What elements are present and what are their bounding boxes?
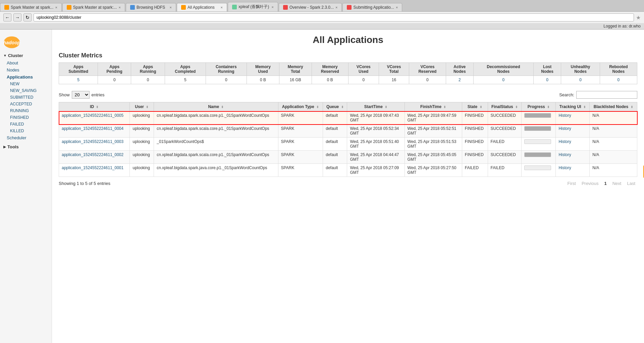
cell-id: application_1524552224611_0002 bbox=[59, 151, 130, 164]
sidebar-sub-failed[interactable]: FAILED bbox=[0, 121, 52, 128]
sidebar: hadoop ▼ Cluster About Nodes Application… bbox=[0, 30, 52, 343]
bookmark-icon[interactable]: ★ bbox=[636, 14, 641, 21]
back-button[interactable]: ← bbox=[3, 13, 11, 21]
sort-apptype-icon: ⇕ bbox=[316, 105, 319, 109]
cell-final-status: FAILED bbox=[488, 138, 522, 151]
tracking-ui-link[interactable]: History bbox=[558, 126, 571, 131]
metric-header-active-nodes: ActiveNodes bbox=[446, 63, 474, 76]
metric-apps-submitted-link[interactable]: 5 bbox=[77, 78, 79, 82]
sort-queue-icon: ⇕ bbox=[341, 105, 344, 109]
show-label: Show bbox=[59, 92, 70, 97]
tracking-ui-link[interactable]: History bbox=[558, 152, 571, 157]
sidebar-item-about[interactable]: About bbox=[0, 59, 52, 66]
last-button[interactable]: Last bbox=[625, 180, 637, 187]
cell-app-type: SPARK bbox=[278, 111, 323, 125]
col-id[interactable]: ID ⇕ bbox=[59, 102, 130, 111]
col-progress[interactable]: Progress ⇕ bbox=[522, 102, 556, 111]
sidebar-sub-new-saving[interactable]: NEW_SAVING bbox=[0, 87, 52, 94]
sidebar-sub-finished[interactable]: FINISHED bbox=[0, 114, 52, 121]
sidebar-sub-submitted[interactable]: SUBMITTED bbox=[0, 94, 52, 101]
sidebar-sub-killed[interactable]: KILLED bbox=[0, 128, 52, 134]
app-id-link[interactable]: application_1524552224611_0003 bbox=[62, 139, 123, 144]
cell-app-type: SPARK bbox=[278, 125, 323, 138]
entries-label: entries bbox=[92, 92, 105, 97]
first-button[interactable]: First bbox=[566, 180, 578, 187]
progress-bar bbox=[525, 153, 551, 157]
sidebar-sub-accepted[interactable]: ACCEPTED bbox=[0, 101, 52, 107]
tab-2-label: Spark Master at spark:... bbox=[73, 5, 117, 10]
col-name[interactable]: Name ⇕ bbox=[154, 102, 278, 111]
sidebar-item-nodes[interactable]: Nodes bbox=[0, 66, 52, 74]
cell-user: uplooking bbox=[130, 111, 154, 125]
tracking-ui-link[interactable]: History bbox=[558, 113, 571, 118]
col-tracking-ui[interactable]: Tracking UI ⇕ bbox=[556, 102, 590, 111]
col-queue[interactable]: Queue ⇕ bbox=[323, 102, 347, 111]
sort-id-icon: ⇕ bbox=[96, 105, 99, 109]
table-row: application_1524552224611_0001 uplooking… bbox=[59, 164, 637, 177]
cluster-header[interactable]: ▼ Cluster bbox=[0, 52, 52, 59]
tracking-ui-link[interactable]: History bbox=[558, 139, 571, 144]
metric-lost-link[interactable]: 0 bbox=[546, 78, 548, 82]
sort-progress-icon: ⇕ bbox=[547, 105, 550, 109]
sidebar-item-applications[interactable]: Applications bbox=[0, 74, 52, 81]
app-id-link[interactable]: application_1524552224611_0002 bbox=[62, 152, 123, 157]
search-input[interactable] bbox=[576, 91, 637, 99]
col-start-time[interactable]: StartTime ⇕ bbox=[347, 102, 405, 111]
metric-unhealthy-link[interactable]: 0 bbox=[579, 78, 582, 82]
tracking-ui-link[interactable]: History bbox=[558, 165, 571, 170]
tab-2[interactable]: Spark Master at spark:... × bbox=[62, 3, 125, 11]
sort-name-icon: ⇕ bbox=[221, 105, 224, 109]
metrics-header-row: AppsSubmitted AppsPending AppsRunning Ap… bbox=[59, 63, 637, 76]
col-final-status[interactable]: FinalStatus ⇕ bbox=[488, 102, 522, 111]
reload-button[interactable]: ↻ bbox=[23, 13, 32, 21]
sidebar-sub-new[interactable]: NEW bbox=[0, 81, 52, 87]
metric-decommissioned-link[interactable]: 0 bbox=[502, 78, 505, 82]
metric-header-decommissioned-nodes: DecommissionedNodes bbox=[474, 63, 534, 76]
tab-2-close[interactable]: × bbox=[119, 5, 121, 9]
forward-button[interactable]: → bbox=[13, 13, 21, 21]
col-app-type[interactable]: Application Type ⇕ bbox=[278, 102, 323, 111]
tab-3-close[interactable]: × bbox=[170, 5, 172, 9]
metric-header-memory-total: MemoryTotal bbox=[279, 63, 312, 76]
previous-button[interactable]: Previous bbox=[580, 180, 601, 187]
col-user[interactable]: User ⇕ bbox=[130, 102, 154, 111]
entries-select[interactable]: 20 10 50 100 bbox=[72, 91, 90, 99]
tab-7-close[interactable]: × bbox=[396, 5, 398, 9]
app-id-link[interactable]: application_1524552224611_0005 bbox=[62, 113, 123, 118]
tab-7-label: Submitting Applicatio... bbox=[353, 5, 394, 10]
sidebar-item-scheduler[interactable]: Scheduler bbox=[0, 134, 52, 141]
col-finish-time[interactable]: FinishTime ⇕ bbox=[405, 102, 462, 111]
next-button[interactable]: Next bbox=[610, 180, 624, 187]
app-id-link[interactable]: application_1524552224611_0004 bbox=[62, 126, 123, 131]
cell-state: FINISHED bbox=[462, 111, 488, 125]
metric-rebooted-link[interactable]: 0 bbox=[618, 78, 620, 82]
table-controls: Show 20 10 50 100 entries Search: bbox=[59, 91, 637, 99]
tab-4[interactable]: All Applications × bbox=[177, 3, 227, 11]
col-blacklisted-nodes[interactable]: Blacklisted Nodes ⇕ bbox=[590, 102, 637, 111]
sidebar-sub-running[interactable]: RUNNING bbox=[0, 107, 52, 114]
tab-4-close[interactable]: × bbox=[221, 5, 223, 9]
tab-6[interactable]: Overview - Spark 2.3.0... × bbox=[279, 3, 342, 11]
tab-6-close[interactable]: × bbox=[335, 5, 337, 9]
tools-section: ▶ Tools bbox=[0, 143, 52, 151]
tools-header[interactable]: ▶ Tools bbox=[0, 143, 52, 151]
tab-4-label: All Applications bbox=[187, 5, 219, 10]
url-bar[interactable] bbox=[34, 13, 634, 21]
tab-5[interactable]: xpleaf (香飘叶子) × bbox=[228, 2, 278, 11]
hadoop-logo-svg: hadoop bbox=[3, 36, 20, 49]
app-id-link[interactable]: application_1524552224611_0001 bbox=[62, 165, 123, 170]
col-state[interactable]: State ⇕ bbox=[462, 102, 488, 111]
tab-5-close[interactable]: × bbox=[272, 5, 274, 9]
tab-7[interactable]: Submitting Applicatio... × bbox=[342, 3, 402, 11]
metric-active-nodes-link[interactable]: 2 bbox=[459, 78, 461, 82]
apps-header-row: ID ⇕ User ⇕ Name ⇕ Application Type ⇕ Qu… bbox=[59, 102, 637, 111]
tab-1-close[interactable]: × bbox=[55, 5, 57, 9]
progress-bar bbox=[525, 113, 551, 117]
cell-finish-time: Wed, 25 Apr 2018 09:47:59GMT bbox=[405, 111, 462, 125]
tab-1[interactable]: Spark Master at spark... × bbox=[0, 3, 62, 11]
metric-vcores-used: 0 bbox=[348, 76, 379, 84]
tab-3[interactable]: Browsing HDFS × bbox=[126, 3, 176, 11]
favicon-1 bbox=[4, 5, 9, 10]
sort-final-icon: ⇕ bbox=[515, 105, 518, 109]
metric-apps-completed: 5 bbox=[165, 76, 206, 84]
